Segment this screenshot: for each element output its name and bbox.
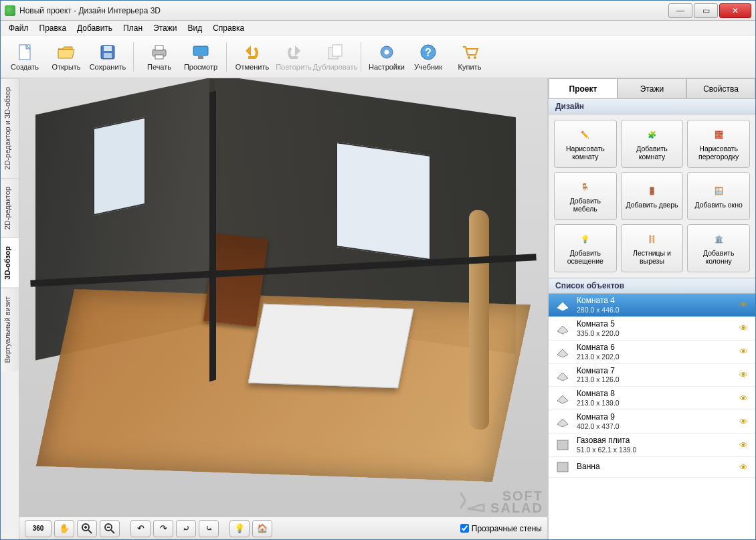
section-design-header: Дизайн	[549, 98, 755, 114]
tilt-up-button[interactable]: ⤾	[176, 520, 196, 537]
redo-button[interactable]: Повторить	[274, 37, 314, 76]
svg-rect-3	[104, 46, 112, 51]
menu-view[interactable]: Вид	[182, 21, 207, 35]
vtab-virtual-visit[interactable]: Виртуальный визит	[1, 288, 19, 371]
tilt-down-button[interactable]: ⤿	[199, 520, 219, 537]
visibility-eye-icon[interactable]: 👁	[739, 393, 750, 403]
svg-point-19	[474, 56, 476, 59]
add-door-button[interactable]: 🚪Добавить дверь	[621, 172, 684, 220]
undo-button[interactable]: Отменить	[232, 37, 272, 76]
save-button[interactable]: Сохранить	[88, 37, 128, 76]
add-furniture-button[interactable]: 🪑Добавить мебель	[554, 172, 617, 220]
gear-icon	[377, 43, 396, 62]
menu-floors[interactable]: Этажи	[148, 21, 182, 35]
duplicate-button[interactable]: Дублировать	[315, 37, 355, 76]
menu-plan[interactable]: План	[118, 21, 148, 35]
object-icon	[554, 345, 571, 359]
menu-help[interactable]: Справка	[207, 21, 250, 35]
object-row[interactable]: Газовая плита51.0 x 62.1 x 139.0👁	[549, 434, 755, 457]
menu-file[interactable]: Файл	[3, 21, 34, 35]
menubar: Файл Правка Добавить План Этажи Вид Спра…	[1, 21, 755, 35]
tab-properties[interactable]: Свойства	[686, 78, 755, 98]
object-text: Комната 6213.0 x 202.0	[577, 343, 734, 361]
object-icon	[554, 460, 571, 474]
monitor-icon	[191, 43, 210, 62]
viewport-3d[interactable]: SOFT SALAD	[19, 78, 548, 517]
lighting-button[interactable]: 💡	[229, 520, 250, 537]
visibility-eye-icon[interactable]: 👁	[739, 440, 750, 450]
vtab-2d-editor[interactable]: 2D-редактор	[1, 178, 19, 238]
object-row[interactable]: Комната 9402.0 x 437.0👁	[549, 410, 755, 434]
visibility-eye-icon[interactable]: 👁	[739, 417, 750, 427]
object-icon	[554, 414, 571, 429]
transparent-walls-input[interactable]	[460, 524, 469, 533]
object-text: Комната 9402.0 x 437.0	[577, 413, 734, 430]
object-row[interactable]: Ванна👁	[549, 457, 755, 478]
svg-marker-11	[295, 46, 300, 56]
visibility-eye-icon[interactable]: 👁	[739, 323, 750, 333]
object-list[interactable]: Комната 4280.0 x 446.0👁Комната 5335.0 x …	[549, 294, 755, 539]
visibility-eye-icon[interactable]: 👁	[739, 300, 750, 310]
create-button[interactable]: Создать	[5, 37, 45, 76]
buy-button[interactable]: Купить	[450, 37, 490, 76]
bulb-icon: 💡	[578, 232, 593, 246]
vtab-combined[interactable]: 2D-редактор и 3D-обзор	[1, 78, 19, 178]
main-area: 2D-редактор и 3D-обзор 2D-редактор 3D-об…	[1, 78, 755, 539]
svg-line-25	[111, 530, 114, 533]
object-row[interactable]: Комната 8213.0 x 139.0👁	[549, 387, 755, 410]
object-row[interactable]: Комната 6213.0 x 202.0👁	[549, 341, 755, 364]
tutorial-label: Учебник	[414, 63, 442, 71]
create-label: Создать	[11, 63, 39, 71]
rotate-left-button[interactable]: ↶	[130, 520, 151, 537]
zoom-in-button[interactable]	[77, 520, 97, 537]
wall-icon: 🧱	[711, 127, 726, 142]
print-button[interactable]: Печать	[139, 37, 179, 76]
window-title: Новый проект - Дизайн Интерьера 3D	[19, 6, 667, 15]
maximize-button[interactable]: ▭	[694, 3, 718, 18]
menu-add[interactable]: Добавить	[72, 21, 118, 35]
menu-edit[interactable]: Правка	[34, 21, 72, 35]
add-room-button[interactable]: 🧩Добавить комнату	[621, 120, 684, 168]
duplicate-label: Дублировать	[313, 63, 357, 71]
tab-floors[interactable]: Этажи	[618, 78, 686, 98]
redo-icon	[284, 43, 303, 62]
svg-rect-34	[557, 462, 568, 472]
tab-project[interactable]: Проект	[549, 78, 618, 98]
close-button[interactable]: ✕	[719, 3, 751, 18]
draw-wall-button[interactable]: 🧱Нарисовать перегородку	[687, 120, 750, 168]
visibility-eye-icon[interactable]: 👁	[739, 347, 750, 357]
settings-button[interactable]: Настройки	[367, 37, 407, 76]
home-view-button[interactable]: 🏠	[252, 520, 272, 537]
chair-icon: 🪑	[578, 179, 593, 194]
add-light-button[interactable]: 💡Добавить освещение	[554, 224, 617, 272]
separator	[226, 42, 227, 72]
draw-room-button[interactable]: ✏️Нарисовать комнату	[554, 120, 617, 168]
add-window-button[interactable]: 🪟Добавить окно	[687, 172, 750, 220]
tutorial-button[interactable]: ? Учебник	[408, 37, 448, 76]
stairs-cutouts-button[interactable]: 🪜Лестницы и вырезы	[621, 224, 684, 272]
rotate-360-button[interactable]: 360	[25, 520, 52, 537]
pan-button[interactable]: ✋	[54, 520, 74, 537]
vtab-3d-view[interactable]: 3D-обзор	[1, 238, 19, 288]
object-text: Комната 5335.0 x 220.0	[577, 320, 734, 337]
visibility-eye-icon[interactable]: 👁	[739, 370, 750, 380]
svg-rect-13	[333, 45, 342, 56]
visibility-eye-icon[interactable]: 👁	[739, 462, 750, 472]
svg-point-15	[385, 50, 389, 54]
minimize-button[interactable]: —	[668, 3, 692, 18]
rotate-right-button[interactable]: ↷	[153, 520, 173, 537]
transparent-walls-checkbox[interactable]: Прозрачные стены	[460, 524, 542, 533]
add-column-button[interactable]: 🏛️Добавить колонну	[687, 224, 750, 272]
preview-button[interactable]: Просмотр	[181, 37, 221, 76]
object-row[interactable]: Комната 7213.0 x 126.0👁	[549, 364, 755, 387]
svg-marker-30	[557, 373, 568, 381]
printer-icon	[150, 43, 169, 62]
settings-label: Настройки	[369, 63, 405, 71]
open-button[interactable]: Открыть	[46, 37, 86, 76]
svg-marker-10	[246, 46, 251, 56]
object-icon	[554, 321, 571, 336]
object-row[interactable]: Комната 5335.0 x 220.0👁	[549, 317, 755, 341]
zoom-out-button[interactable]	[100, 520, 120, 537]
object-row[interactable]: Комната 4280.0 x 446.0👁	[549, 294, 755, 317]
svg-marker-29	[557, 349, 568, 357]
